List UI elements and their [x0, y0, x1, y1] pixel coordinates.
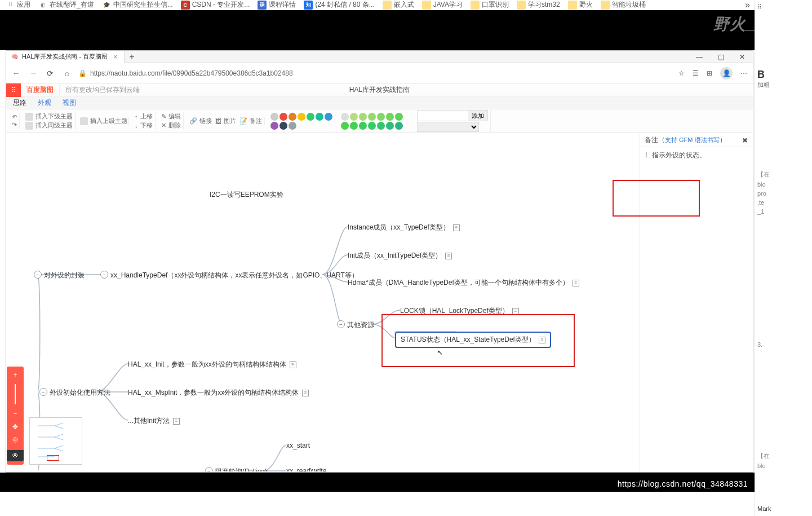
bm-zhihu[interactable]: 知(24 封私信 / 80 条... [304, 0, 374, 10]
nav-refresh[interactable]: ⟳ [45, 69, 56, 78]
node-handle-typedef[interactable]: xx_HandleTypeDef（xx外设句柄结构体，xx表示任意外设名，如GP… [110, 271, 358, 280]
zoom-in[interactable]: ＋ [12, 370, 19, 380]
naotu-apps-button[interactable]: ⠿ [6, 83, 21, 97]
minimap[interactable] [29, 417, 82, 465]
bm-course[interactable]: 课课程详情 [258, 0, 296, 10]
edit-button[interactable]: ✎ 编辑 [161, 112, 181, 121]
ribbon-tab-appearance[interactable]: 外观 [38, 98, 51, 108]
browser-tab-active[interactable]: 🧠 HAL库开发实战指南 - 百度脑图 × [6, 51, 125, 63]
collapse-toggle[interactable]: − [34, 271, 42, 279]
progress-dot[interactable] [341, 122, 349, 130]
progress-dot[interactable] [377, 113, 385, 121]
collapse-toggle[interactable]: − [337, 320, 345, 328]
favorite-button[interactable]: ☆ [678, 69, 685, 77]
move-up-button[interactable]: ↑ 上移 [135, 112, 153, 121]
delete-button[interactable]: ✕ 删除 [161, 121, 181, 130]
progress-dot[interactable] [341, 113, 349, 121]
bm-folder-fire[interactable]: 野火 [568, 0, 593, 10]
progress-dot[interactable] [368, 113, 376, 121]
redo-button[interactable]: ↷ [12, 121, 17, 129]
link-button[interactable]: 🔗链接 [189, 117, 212, 125]
notes-close-button[interactable]: ✖ [742, 136, 748, 144]
priority-dot[interactable] [270, 113, 278, 121]
bm-folder-trash[interactable]: 智能垃圾桶 [601, 0, 646, 10]
resource-add-button[interactable]: 添加 [468, 111, 487, 121]
node-halxxinit[interactable]: HAL_xx_Init，参数一般为xx外设的句柄结构体结构体 ≡ [128, 360, 296, 369]
node-halmspinit[interactable]: HAL_xx_MspInit，参数一般为xx外设的句柄结构体结构体 ≡ [128, 388, 309, 398]
progress-dot[interactable] [368, 122, 376, 130]
pan-button[interactable]: ✥ [12, 423, 18, 431]
bm-yz[interactable]: 🎓中国研究生招生信... [102, 0, 173, 10]
node-polling[interactable]: 阻塞轮询(Polling) [215, 467, 267, 471]
node-hdma[interactable]: Hdma*成员（DMA_HandleTypeDef类型，可能一个句柄结构体中有多… [348, 278, 579, 288]
settings-button[interactable]: ⋯ [740, 69, 747, 77]
priority-dot[interactable] [279, 122, 287, 130]
priority-dot[interactable] [298, 113, 305, 121]
node-root-title[interactable]: I2C一读写EEPROM实验 [210, 190, 283, 200]
bm-csdn[interactable]: CCSDN - 专业开发... [181, 0, 250, 10]
bold-button[interactable]: B [757, 69, 810, 81]
priority-dot[interactable] [279, 113, 287, 121]
priority-palette[interactable] [268, 113, 335, 130]
window-maximize[interactable]: ▢ [710, 51, 731, 63]
node-xxrw[interactable]: xx_read\write [286, 467, 326, 471]
mindmap-canvas[interactable]: I2C一读写EEPROM实验 − 对外设的封装 − xx_HandleTypeD… [7, 134, 752, 471]
url-field[interactable]: 🔒 https://naotu.baidu.com/file/0990d5a22… [78, 69, 673, 77]
bm-youdao[interactable]: ◐在线翻译_有道 [38, 0, 94, 10]
notes-gfm-link[interactable]: 支持 GFM 语法书写 [665, 136, 720, 143]
undo-button[interactable]: ↶ [12, 113, 17, 121]
bm-folder-stm32[interactable]: 学习stm32 [517, 0, 560, 10]
priority-dot[interactable] [325, 113, 332, 121]
insert-sibling-button[interactable]: 插入上级主题 [80, 117, 127, 125]
move-down-button[interactable]: ↓ 下移 [135, 121, 153, 130]
favorites-list-button[interactable]: ☰ [693, 69, 699, 77]
image-button[interactable]: 🖼图片 [215, 117, 236, 125]
ribbon-tab-view[interactable]: 视图 [63, 98, 76, 108]
ribbon-tab-idea[interactable]: 思路 [13, 98, 26, 108]
progress-dot[interactable] [350, 122, 358, 130]
resource-search-input[interactable] [418, 111, 468, 120]
window-close[interactable]: ✕ [731, 51, 753, 63]
nav-forward[interactable]: → [28, 69, 39, 78]
nav-back[interactable]: ← [11, 69, 22, 78]
collapse-toggle[interactable]: − [100, 271, 108, 279]
bookmarks-overflow[interactable]: » [745, 0, 750, 10]
nav-home[interactable]: ⌂ [61, 69, 73, 78]
zoom-track[interactable] [15, 384, 16, 404]
collections-button[interactable]: ⊞ [707, 69, 712, 77]
node-init[interactable]: Init成员（xx_InitTypeDef类型） ≡ [348, 251, 452, 261]
locate-button[interactable]: ◎ [12, 435, 18, 443]
progress-dot[interactable] [359, 122, 367, 130]
bm-folder-mask[interactable]: 口罩识别 [471, 0, 509, 10]
minimap-toggle[interactable]: 👁 [7, 450, 24, 461]
new-tab-button[interactable]: + [125, 52, 139, 62]
progress-dot[interactable] [386, 113, 394, 121]
progress-dot[interactable] [350, 113, 358, 121]
progress-dot[interactable] [359, 113, 367, 121]
priority-dot[interactable] [307, 113, 314, 121]
node-instance[interactable]: Instance成员（xx_TypeDef类型） ≡ [348, 223, 460, 232]
node-xxstart[interactable]: xx_start [286, 442, 310, 449]
bm-folder-embedded[interactable]: 嵌入式 [383, 0, 414, 10]
naotu-brand[interactable]: 百度脑图 [21, 85, 59, 95]
window-minimize[interactable]: — [689, 51, 710, 63]
priority-dot[interactable] [289, 122, 296, 130]
node-init-method[interactable]: 外设初始化使用方法 [50, 388, 110, 398]
progress-palette[interactable] [339, 113, 411, 130]
progress-dot[interactable] [377, 122, 385, 130]
node-other-res[interactable]: 其他资源 [347, 320, 374, 330]
zoom-out[interactable]: － [12, 409, 19, 418]
progress-dot[interactable] [395, 113, 403, 121]
collapse-toggle[interactable]: − [205, 467, 213, 471]
insert-same-button[interactable]: 插入同级主题 [25, 121, 73, 130]
insert-child-button[interactable]: 插入下级主题 [25, 112, 73, 121]
note-button[interactable]: 📝备注 [239, 117, 262, 125]
resource-select[interactable] [417, 122, 479, 132]
priority-dot[interactable] [316, 113, 323, 121]
progress-dot[interactable] [395, 122, 403, 130]
bm-apps[interactable]: ⠿应用 [6, 0, 30, 10]
priority-dot[interactable] [289, 113, 296, 121]
profile-avatar[interactable]: 👤 [720, 67, 733, 80]
priority-dot[interactable] [270, 122, 278, 130]
notes-editor[interactable]: 1指示外设的状态。 [640, 147, 752, 164]
